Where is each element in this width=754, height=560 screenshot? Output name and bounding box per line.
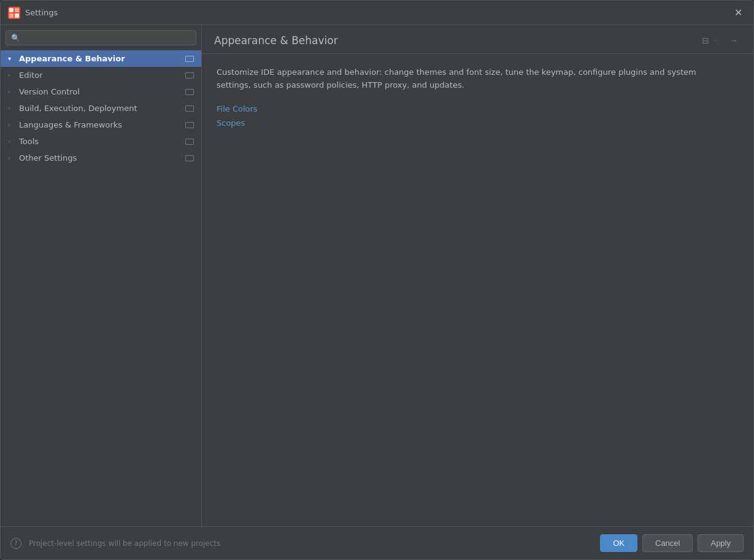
ok-button[interactable]: OK bbox=[600, 534, 637, 552]
cancel-button[interactable]: Cancel bbox=[642, 534, 693, 552]
footer-buttons: OK Cancel Apply bbox=[600, 534, 744, 552]
sidebar-item-other[interactable]: › Other Settings bbox=[1, 150, 201, 166]
sidebar: 🔍 ▾ Appearance & Behavior › Editor › V bbox=[1, 25, 202, 526]
search-box[interactable]: 🔍 bbox=[6, 30, 196, 45]
monitor-icon bbox=[185, 56, 194, 62]
svg-rect-4 bbox=[15, 13, 19, 18]
help-icon[interactable]: ? bbox=[10, 538, 21, 549]
sidebar-item-editor[interactable]: › Editor bbox=[1, 67, 201, 83]
svg-rect-2 bbox=[15, 8, 19, 12]
back-button[interactable]: ← bbox=[709, 34, 724, 47]
svg-rect-1 bbox=[9, 8, 13, 12]
sidebar-item-label: Build, Execution, Deployment bbox=[19, 104, 185, 113]
monitor-icon bbox=[185, 105, 194, 112]
sidebar-item-label: Version Control bbox=[19, 87, 185, 96]
chevron-right-icon: › bbox=[8, 138, 17, 145]
content-title: Appearance & Behavior bbox=[214, 34, 697, 47]
content-area: Appearance & Behavior ⊟ ← → Customize ID… bbox=[202, 25, 753, 526]
monitor-icon bbox=[185, 122, 194, 128]
scopes-link[interactable]: Scopes bbox=[217, 118, 739, 128]
monitor-icon bbox=[185, 72, 194, 79]
collapse-icon: ⊟ bbox=[702, 36, 709, 45]
close-button[interactable]: ✕ bbox=[731, 6, 746, 20]
dialog-title: Settings bbox=[25, 8, 731, 17]
sidebar-item-label: Other Settings bbox=[19, 153, 185, 163]
sidebar-item-label: Appearance & Behavior bbox=[19, 54, 185, 63]
title-bar: Settings ✕ bbox=[1, 1, 753, 25]
apply-button[interactable]: Apply bbox=[698, 534, 744, 552]
footer-help: ? bbox=[10, 538, 21, 549]
sidebar-item-label: Editor bbox=[19, 71, 185, 80]
settings-dialog: Settings ✕ 🔍 ▾ Appearance & Behavior › E… bbox=[0, 0, 754, 560]
description-text: Customize IDE appearance and behavior: c… bbox=[217, 66, 720, 92]
sidebar-item-build[interactable]: › Build, Execution, Deployment bbox=[1, 100, 201, 117]
footer: ? Project-level settings will be applied… bbox=[1, 526, 753, 559]
forward-button[interactable]: → bbox=[726, 34, 741, 47]
chevron-right-icon: › bbox=[8, 105, 17, 112]
sidebar-item-label: Tools bbox=[19, 137, 185, 146]
content-header: Appearance & Behavior ⊟ ← → bbox=[202, 25, 753, 54]
monitor-icon bbox=[185, 89, 194, 95]
sidebar-item-label: Languages & Frameworks bbox=[19, 120, 185, 129]
chevron-right-icon: › bbox=[8, 72, 17, 79]
monitor-icon bbox=[185, 155, 194, 161]
svg-rect-3 bbox=[9, 13, 13, 18]
sidebar-item-appearance[interactable]: ▾ Appearance & Behavior bbox=[1, 50, 201, 67]
content-body: Customize IDE appearance and behavior: c… bbox=[202, 54, 753, 526]
sidebar-item-version-control[interactable]: › Version Control bbox=[1, 83, 201, 100]
footer-message: Project-level settings will be applied t… bbox=[29, 539, 600, 548]
nav-arrows: ← → bbox=[709, 34, 741, 47]
search-icon: 🔍 bbox=[11, 34, 20, 42]
file-colors-link[interactable]: File Colors bbox=[217, 104, 739, 113]
chevron-right-icon: › bbox=[8, 121, 17, 128]
monitor-icon bbox=[185, 139, 194, 145]
sidebar-item-tools[interactable]: › Tools bbox=[1, 133, 201, 150]
chevron-right-icon: › bbox=[8, 88, 17, 95]
chevron-right-icon: › bbox=[8, 155, 17, 161]
main-body: 🔍 ▾ Appearance & Behavior › Editor › V bbox=[1, 25, 753, 526]
app-logo bbox=[8, 7, 20, 19]
search-input[interactable] bbox=[24, 33, 191, 42]
chevron-down-icon: ▾ bbox=[8, 55, 17, 62]
sidebar-item-languages[interactable]: › Languages & Frameworks bbox=[1, 117, 201, 133]
nav-items: ▾ Appearance & Behavior › Editor › Versi… bbox=[1, 50, 201, 526]
